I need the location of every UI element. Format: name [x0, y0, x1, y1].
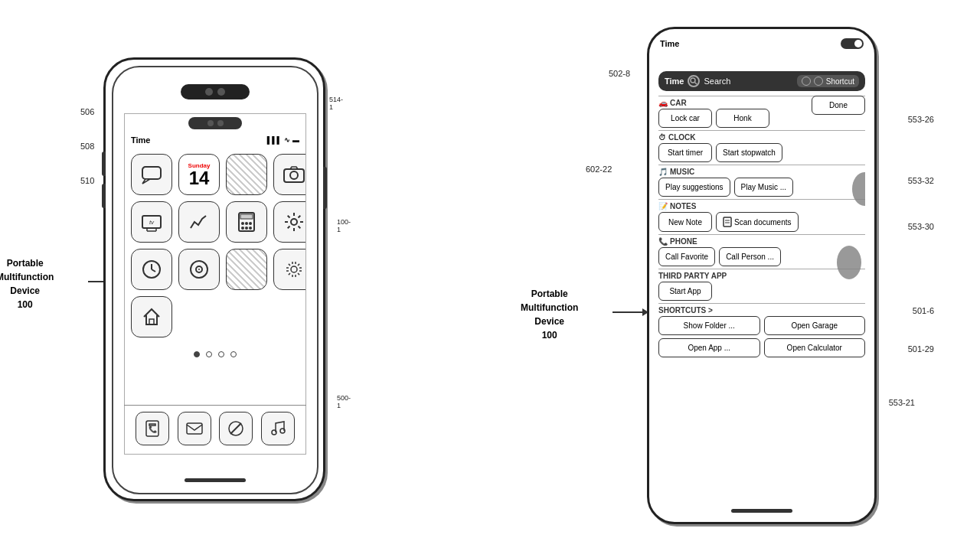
start-stopwatch-btn[interactable]: Start stopwatch: [716, 143, 782, 162]
annotation-5028: 502-8: [609, 69, 630, 78]
shortcuts-section: SHORTCUTS > Show Folder ... Open Garage …: [658, 303, 865, 357]
right-toggle-knob: [854, 40, 862, 47]
search-label: Search: [704, 77, 792, 86]
lock-car-btn[interactable]: Lock car: [658, 109, 712, 128]
search-bar-container[interactable]: Time Search Shortcut: [658, 71, 865, 91]
annotation-506: 506: [80, 107, 94, 116]
device-label-left: PortableMultifunctionDevice100: [0, 256, 54, 311]
fingerprint-oval-2: [837, 246, 861, 279]
app-settings-gear[interactable]: [273, 201, 306, 243]
car-section: 🚗 CAR Lock car Honk Done: [658, 96, 865, 128]
svg-rect-22: [149, 319, 154, 324]
annotation-55326: 553-26: [908, 115, 934, 124]
open-calculator-btn[interactable]: Open Calculator: [764, 338, 866, 357]
app-music-alt[interactable]: [178, 249, 220, 290]
third-party-buttons: Start App: [658, 282, 865, 301]
dock-phone[interactable]: 📞: [136, 412, 169, 445]
app-clock[interactable]: [131, 249, 172, 290]
right-toggle[interactable]: [841, 38, 864, 49]
third-party-header: THIRD PARTY APP: [658, 269, 865, 280]
dot-2: [206, 351, 212, 357]
wifi-icon: ∿: [284, 136, 290, 144]
phone-label: PHONE: [670, 237, 697, 246]
svg-rect-24: [187, 423, 202, 434]
device-label-right: PortableMultifunctionDevice100: [521, 287, 578, 342]
annotation-60222: 602-22: [586, 165, 612, 174]
inner-camera-bar: [188, 117, 242, 129]
open-app-btn[interactable]: Open App ...: [658, 338, 760, 357]
inner-cam-dot-2: [217, 120, 224, 126]
shortcuts-label: SHORTCUTS >: [658, 306, 713, 315]
app-home[interactable]: [131, 296, 172, 337]
phone-section: 📞 PHONE Call Favorite Call Person ...: [658, 234, 865, 266]
app-grid: Sunday 14 tv: [125, 148, 305, 344]
clock-icon: ⏱: [658, 133, 666, 142]
call-person-btn[interactable]: Call Person ...: [719, 247, 781, 266]
shortcuts-header: SHORTCUTS >: [658, 303, 865, 315]
page-indicators: [125, 344, 305, 362]
app-stocks[interactable]: [178, 201, 220, 243]
music-buttons: Play suggestions Play Music ...: [658, 178, 865, 197]
shortcuts-row-2: Open App ... Open Calculator: [658, 338, 865, 357]
app-settings[interactable]: [273, 249, 306, 290]
oval-1: [802, 77, 811, 86]
open-garage-btn[interactable]: Open Garage: [764, 316, 866, 335]
svg-point-13: [249, 227, 252, 230]
dock-music[interactable]: [261, 412, 295, 445]
new-note-btn[interactable]: New Note: [658, 212, 712, 232]
annotation-508: 508: [80, 142, 94, 151]
camera-dot-1: [205, 88, 213, 96]
annotation-55332: 553-32: [908, 176, 934, 185]
diagram-container: 506 508 510 506-1 510-1 508-1 508-2 111 …: [0, 0, 980, 551]
notes-buttons: New Note Scan documents: [658, 212, 865, 232]
play-suggestions-btn[interactable]: Play suggestions: [658, 178, 730, 197]
dot-4: [230, 351, 237, 357]
svg-point-10: [249, 222, 252, 225]
svg-point-9: [245, 222, 248, 225]
app-tv[interactable]: tv: [131, 201, 172, 243]
clock-buttons: Start timer Start stopwatch: [658, 143, 865, 162]
power-button[interactable]: [323, 167, 327, 209]
start-app-btn[interactable]: Start App: [658, 282, 712, 301]
app-hatched-2[interactable]: [226, 249, 267, 290]
app-calculator[interactable]: [226, 201, 267, 243]
app-camera[interactable]: [273, 154, 306, 195]
done-btn[interactable]: Done: [812, 96, 865, 115]
app-messages[interactable]: [131, 154, 172, 195]
annotation-55330: 553-30: [908, 222, 934, 231]
annotation-5141: 514-1: [329, 96, 343, 111]
right-home-indicator: [731, 509, 792, 513]
shortcut-label: Shortcut: [826, 77, 854, 86]
dock-cancel[interactable]: [219, 412, 253, 445]
battery-icon: ▬: [292, 136, 299, 144]
svg-point-29: [691, 78, 695, 83]
start-timer-btn[interactable]: Start timer: [658, 143, 712, 162]
phone-section-header: 📞 PHONE: [658, 234, 865, 246]
app-calendar[interactable]: Sunday 14: [178, 154, 220, 195]
app-hatched-1[interactable]: [226, 154, 267, 195]
search-time-text: Time: [665, 77, 684, 86]
svg-line-30: [695, 83, 697, 85]
svg-point-3: [290, 171, 298, 179]
honk-btn[interactable]: Honk: [716, 109, 769, 128]
phone-icon: 📞: [658, 237, 668, 246]
middle-divider: [471, 15, 501, 536]
camera-bar: [181, 84, 250, 99]
svg-point-20: [198, 269, 200, 270]
volume-up-button[interactable]: [102, 152, 106, 176]
show-folder-btn[interactable]: Show Folder ...: [658, 316, 760, 335]
music-header: 🎵 MUSIC: [658, 165, 865, 176]
svg-rect-31: [724, 217, 731, 227]
svg-point-12: [245, 227, 248, 230]
svg-line-26: [230, 423, 241, 434]
shortcuts-row-1: Show Folder ... Open Garage: [658, 316, 865, 335]
dock-mail[interactable]: [178, 412, 211, 445]
scan-documents-btn[interactable]: Scan documents: [716, 212, 799, 232]
right-time: Time: [660, 39, 679, 48]
play-music-btn[interactable]: Play Music ...: [734, 178, 793, 197]
volume-down-button[interactable]: [102, 184, 106, 208]
call-favorite-btn[interactable]: Call Favorite: [658, 247, 715, 266]
music-icon: 🎵: [658, 168, 668, 176]
left-status-bar: Time ▌▌▌ ∿ ▬: [125, 132, 305, 148]
right-status-icons: [841, 38, 864, 49]
